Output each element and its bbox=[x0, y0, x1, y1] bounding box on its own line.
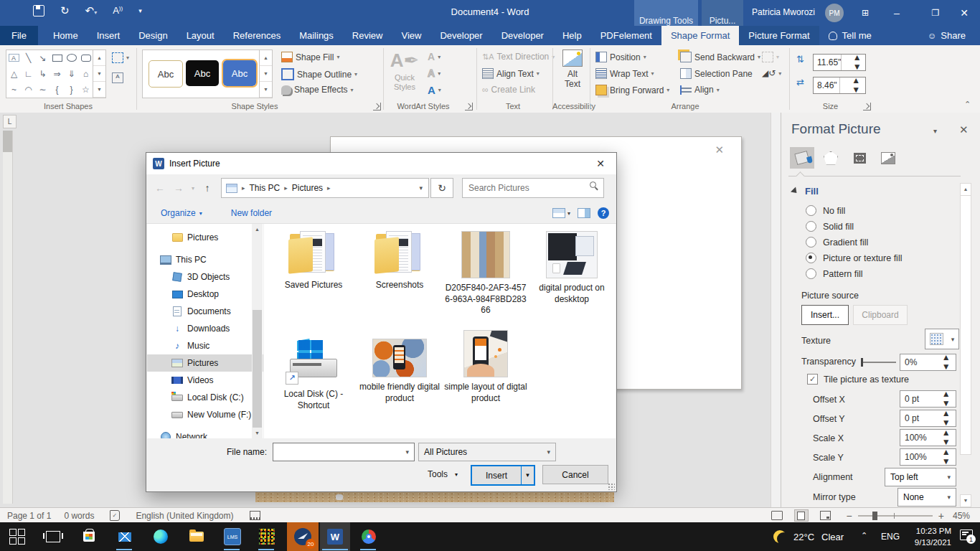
zoom-out-icon[interactable]: − bbox=[847, 510, 852, 522]
tab-file[interactable]: File bbox=[0, 26, 38, 45]
tree-item-documents[interactable]: Documents bbox=[147, 303, 263, 320]
pixel-app-icon[interactable] bbox=[258, 528, 275, 545]
word-count[interactable]: 0 words bbox=[64, 511, 94, 521]
zoom-slider[interactable] bbox=[858, 515, 933, 517]
shape-height-spinner-icon[interactable]: ▲▼ bbox=[841, 55, 865, 70]
placeholder-close-icon[interactable]: ✕ bbox=[715, 143, 724, 156]
tree-item-network[interactable]: Network bbox=[147, 428, 263, 438]
tree-item-pictures-selected[interactable]: Pictures bbox=[147, 354, 263, 372]
web-layout-icon[interactable] bbox=[820, 511, 831, 520]
restore-button[interactable]: ❐ bbox=[920, 0, 951, 26]
search-input[interactable] bbox=[463, 182, 588, 194]
file-explorer-icon[interactable] bbox=[188, 528, 205, 545]
styles-scroll-up-icon[interactable]: ▲ bbox=[260, 50, 272, 66]
show-hidden-icons[interactable]: ⌃ bbox=[861, 531, 867, 540]
tree-item-3d-objects[interactable]: 3D Objects bbox=[147, 268, 263, 286]
offset-y-field[interactable]: 0 pt ▲▼ bbox=[900, 410, 956, 427]
scale-y-spinner-icon[interactable]: ▲▼ bbox=[928, 449, 956, 465]
radio-gradient-fill[interactable]: Gradient fill bbox=[806, 237, 868, 248]
proofing-icon[interactable]: ✓ bbox=[110, 510, 120, 521]
clock[interactable]: 10:23 PM 9/13/2021 bbox=[905, 525, 951, 548]
up-icon[interactable]: ↑ bbox=[198, 179, 217, 197]
word-taskbar-tile[interactable]: W bbox=[320, 522, 350, 551]
styles-more-icon[interactable]: ▼ bbox=[260, 82, 272, 98]
scale-x-spinner-icon[interactable]: ▲▼ bbox=[928, 430, 956, 446]
pdf-app-tile[interactable]: 20 bbox=[287, 522, 319, 551]
organize-button[interactable]: Organize▾ bbox=[155, 205, 208, 221]
close-button[interactable]: ✕ bbox=[948, 0, 980, 26]
tab-pdfelement[interactable]: PDFelement bbox=[591, 26, 661, 45]
shape-height-field[interactable]: 11.65" ▲▼ bbox=[813, 54, 866, 71]
help-icon[interactable]: ? bbox=[598, 207, 609, 219]
bring-forward-button[interactable]: Bring Forward▾ bbox=[595, 85, 669, 95]
pane-tab-effects[interactable] bbox=[819, 147, 843, 169]
pane-scrollbar[interactable]: ▲ ▼ bbox=[960, 183, 971, 507]
edit-shape-button[interactable]: ▾ bbox=[112, 52, 129, 63]
right-brace-shape-icon[interactable]: } bbox=[64, 82, 79, 97]
file-item-collage[interactable]: D205F840-2AF3-4576-963A-984F8BD28366 bbox=[443, 231, 528, 316]
tree-item-this-pc[interactable]: This PC bbox=[147, 251, 263, 268]
transparency-slider[interactable] bbox=[862, 362, 896, 363]
radio-no-fill[interactable]: No fill bbox=[806, 205, 845, 216]
file-name-dropdown-icon[interactable]: ▾ bbox=[401, 448, 415, 456]
tab-insert[interactable]: Insert bbox=[88, 26, 130, 45]
tree-item-new-volume-f[interactable]: New Volume (F:) bbox=[147, 406, 263, 423]
text-effects-button[interactable]: A▾ bbox=[428, 84, 441, 96]
styles-scroll-down-icon[interactable]: ▼ bbox=[260, 66, 272, 82]
dialog-close-icon[interactable]: ✕ bbox=[585, 158, 616, 169]
vertical-ruler[interactable] bbox=[3, 131, 13, 504]
fill-section-header[interactable]: Fill bbox=[791, 186, 819, 197]
rotate-objects-button[interactable]: ◢↺▾ bbox=[762, 68, 781, 78]
draw-text-box-button[interactable]: A bbox=[112, 72, 123, 83]
elbow-connector-icon[interactable]: ∟ bbox=[21, 66, 36, 81]
tab-review[interactable]: Review bbox=[343, 26, 392, 45]
file-type-combo[interactable]: All Pictures ▾ bbox=[418, 443, 556, 461]
forward-icon[interactable]: → bbox=[169, 179, 188, 197]
file-item-digital-product-desktop[interactable]: digital product on deskktop bbox=[529, 231, 614, 305]
offset-x-spinner-icon[interactable]: ▲▼ bbox=[928, 391, 956, 407]
shape-fill-button[interactable]: Shape Fill▾ bbox=[281, 52, 339, 62]
tree-scroll-up-icon[interactable]: ▲ bbox=[252, 224, 263, 235]
pane-scroll-down-icon[interactable]: ▼ bbox=[960, 494, 971, 507]
pane-tab-layout-properties[interactable] bbox=[847, 147, 872, 169]
wrap-text-button[interactable]: Wrap Text▾ bbox=[595, 68, 654, 79]
shapes-scroll-down-icon[interactable]: ▼ bbox=[93, 66, 105, 82]
edge-icon[interactable] bbox=[152, 528, 169, 545]
elbow-arrow-connector-icon[interactable]: ↳ bbox=[35, 66, 50, 81]
transparency-spinner-icon[interactable]: ▲▼ bbox=[928, 354, 956, 370]
new-folder-button[interactable]: New folder bbox=[225, 205, 278, 221]
microsoft-store-icon[interactable] bbox=[80, 528, 98, 545]
refresh-icon[interactable]: ↻ bbox=[430, 178, 453, 198]
repeat-icon[interactable]: ↻ bbox=[60, 4, 70, 17]
shape-style-black[interactable]: Abc bbox=[186, 60, 219, 86]
texture-dropdown[interactable]: ▾ bbox=[925, 329, 959, 349]
tree-item-desktop[interactable]: Desktop bbox=[147, 286, 263, 303]
radio-pattern-fill[interactable]: Pattern fill bbox=[806, 268, 863, 279]
cancel-button[interactable]: Cancel bbox=[542, 465, 608, 484]
alignment-dropdown[interactable]: Top left ▾ bbox=[885, 468, 956, 486]
pane-tab-picture[interactable] bbox=[876, 147, 900, 169]
line-shape-icon[interactable]: ╲ bbox=[21, 50, 36, 65]
shapes-more-icon[interactable]: ▼ bbox=[93, 82, 105, 98]
left-brace-shape-icon[interactable]: { bbox=[50, 82, 65, 97]
group-objects-button[interactable]: ▾ bbox=[762, 52, 779, 62]
shape-effects-button[interactable]: Shape Effects▾ bbox=[281, 85, 354, 95]
insert-split-dropdown-icon[interactable]: ▼ bbox=[521, 466, 534, 484]
dialog-title-bar[interactable]: W Insert Picture ✕ bbox=[146, 153, 616, 174]
save-icon[interactable] bbox=[33, 5, 44, 17]
triangle-shape-icon[interactable]: △ bbox=[6, 66, 22, 81]
collapse-ribbon-icon[interactable]: ⌃ bbox=[964, 100, 971, 109]
size-dialog-launcher-icon[interactable] bbox=[863, 103, 871, 110]
tab-home[interactable]: Home bbox=[44, 26, 88, 45]
zoom-slider-thumb[interactable] bbox=[872, 512, 877, 520]
page-indicator[interactable]: Page 1 of 1 bbox=[7, 511, 51, 521]
arc-shape-icon[interactable]: ◠ bbox=[21, 82, 36, 97]
recent-locations-icon[interactable]: ▾ bbox=[188, 179, 198, 197]
shapes-gallery-scroll[interactable]: ▲ ▼ ▼ bbox=[93, 50, 106, 98]
freeform-shape-icon[interactable]: ⌂ bbox=[78, 66, 93, 81]
tree-scroll-thumb[interactable] bbox=[253, 310, 262, 428]
tab-view[interactable]: View bbox=[392, 26, 430, 45]
text-direction-button[interactable]: ⇅A Text Direction▾ bbox=[482, 52, 555, 62]
oval-shape-icon[interactable] bbox=[64, 50, 79, 65]
address-dropdown-icon[interactable]: ▾ bbox=[419, 184, 428, 192]
